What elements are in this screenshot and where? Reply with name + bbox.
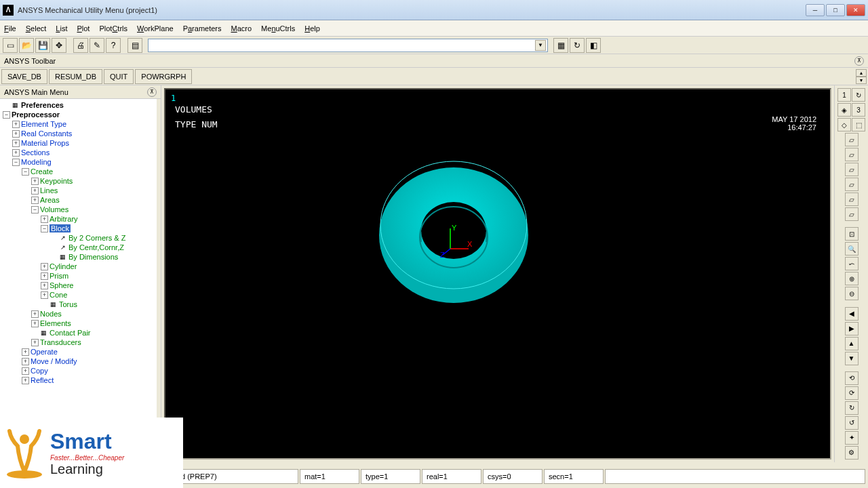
menu-plotctrls[interactable]: PlotCtrls bbox=[99, 24, 127, 33]
tree-arbitrary[interactable]: +Arbitrary bbox=[0, 214, 161, 224]
new-icon[interactable]: ▭ bbox=[3, 38, 18, 53]
tree-prism[interactable]: +Prism bbox=[0, 271, 161, 281]
menu-select[interactable]: Select bbox=[26, 24, 47, 33]
tool-c-icon[interactable]: ◧ bbox=[586, 38, 601, 53]
window-layout-select[interactable]: 1 bbox=[837, 88, 851, 102]
tree-contact-pair[interactable]: ▦Contact Pair bbox=[0, 328, 161, 338]
raise-hidden-icon[interactable]: ▤ bbox=[127, 38, 142, 53]
rate-icon[interactable]: ⚙ bbox=[845, 446, 859, 460]
minimize-button[interactable]: ─ bbox=[806, 4, 825, 16]
pick-icon[interactable]: ⬚ bbox=[852, 118, 865, 131]
pan-right-icon[interactable]: ▶ bbox=[845, 322, 859, 336]
ansys-toolbar-label: ANSYS Toolbar bbox=[4, 57, 56, 65]
title-bar: Λ ANSYS Mechanical Utility Menu (project… bbox=[0, 0, 868, 20]
refresh-icon[interactable]: ↻ bbox=[852, 88, 865, 102]
collapse-toolbar-icon[interactable]: ⊼ bbox=[854, 56, 864, 66]
print-icon[interactable]: 🖨 bbox=[73, 38, 88, 53]
oblique-view-icon[interactable]: ◇ bbox=[837, 118, 851, 131]
rotate-x-icon[interactable]: ⟲ bbox=[845, 371, 859, 385]
status-bar: d (PREP7) mat=1 type=1 real=1 csys=0 sec… bbox=[176, 469, 865, 484]
menu-tree: ▦Preferences −Preprocessor +Element Type… bbox=[0, 99, 161, 462]
tree-preferences[interactable]: ▦Preferences bbox=[0, 100, 161, 110]
iso-view-icon[interactable]: ◈ bbox=[837, 103, 851, 117]
help-icon[interactable]: ? bbox=[106, 38, 121, 53]
tree-cone[interactable]: +Cone bbox=[0, 290, 161, 300]
tool-b-icon[interactable]: ↻ bbox=[570, 38, 585, 53]
collapse-menu-icon[interactable]: ⊼ bbox=[147, 87, 157, 97]
tree-move-modify[interactable]: +Move / Modify bbox=[0, 357, 161, 366]
tree-real-constants[interactable]: +Real Constants bbox=[0, 129, 161, 138]
pan-left-icon[interactable]: ◀ bbox=[845, 307, 859, 321]
command-input[interactable]: ▼ bbox=[148, 39, 548, 52]
ansys-toolbar: SAVE_DB RESUM_DB QUIT POWRGRPH ▲▼ bbox=[0, 68, 868, 85]
pan-icon[interactable]: ✥ bbox=[52, 38, 66, 53]
maximize-button[interactable]: □ bbox=[826, 4, 845, 16]
view-select[interactable]: 3 bbox=[852, 103, 865, 117]
tree-preprocessor[interactable]: −Preprocessor bbox=[0, 110, 161, 119]
tree-torus[interactable]: ▦Torus bbox=[0, 300, 161, 309]
zoom-back-icon[interactable]: ⤺ bbox=[845, 257, 859, 270]
tree-elements[interactable]: +Elements bbox=[0, 319, 161, 328]
zoom-fit-icon[interactable]: ⊡ bbox=[845, 227, 859, 241]
menu-workplane[interactable]: WorkPlane bbox=[137, 24, 174, 33]
pan-up-icon[interactable]: ▲ bbox=[845, 337, 859, 350]
front-view-icon[interactable]: ▱ bbox=[845, 133, 859, 146]
tree-block[interactable]: −Block bbox=[0, 224, 161, 233]
open-icon[interactable]: 📂 bbox=[19, 38, 34, 53]
close-button[interactable]: ✕ bbox=[846, 4, 865, 16]
tree-element-type[interactable]: +Element Type bbox=[0, 119, 161, 129]
left-view-icon[interactable]: ▱ bbox=[845, 192, 859, 206]
menu-help[interactable]: Help bbox=[304, 24, 320, 33]
toolbar-scroll[interactable]: ▲▼ bbox=[856, 69, 867, 84]
dropdown-icon[interactable]: ▼ bbox=[535, 40, 546, 51]
tree-areas[interactable]: +Areas bbox=[0, 195, 161, 205]
tree-create[interactable]: −Create bbox=[0, 167, 161, 176]
menu-macro[interactable]: Macro bbox=[231, 24, 252, 33]
zoom-box-icon[interactable]: 🔍 bbox=[845, 242, 859, 256]
tree-scrollbar[interactable] bbox=[157, 99, 161, 462]
save-db-button[interactable]: SAVE_DB bbox=[1, 69, 47, 84]
tree-cylinder[interactable]: +Cylinder bbox=[0, 262, 161, 271]
tree-keypoints[interactable]: +Keypoints bbox=[0, 176, 161, 186]
tree-copy[interactable]: +Copy bbox=[0, 366, 161, 375]
zoom-out-icon[interactable]: ⊖ bbox=[845, 287, 859, 300]
menu-plot[interactable]: Plot bbox=[77, 24, 90, 33]
graphics-window[interactable]: 1 VOLUMES TYPE NUM MAY 17 2012 16:47:27 bbox=[164, 88, 831, 460]
tree-nodes[interactable]: +Nodes bbox=[0, 309, 161, 319]
tree-operate[interactable]: +Operate bbox=[0, 347, 161, 357]
report-icon[interactable]: ✎ bbox=[90, 38, 104, 53]
tree-material-props[interactable]: +Material Props bbox=[0, 138, 161, 148]
menu-file[interactable]: File bbox=[4, 24, 16, 33]
rotate-z-icon[interactable]: ↻ bbox=[845, 401, 859, 415]
tree-by-2-corners[interactable]: ↗By 2 Corners & Z bbox=[0, 233, 161, 243]
tree-sections[interactable]: +Sections bbox=[0, 148, 161, 157]
tree-sphere[interactable]: +Sphere bbox=[0, 281, 161, 290]
bottom-view-icon[interactable]: ▱ bbox=[845, 178, 859, 191]
powrgrph-button[interactable]: POWRGRPH bbox=[135, 69, 192, 84]
svg-text:X: X bbox=[467, 240, 473, 248]
menu-list[interactable]: List bbox=[56, 24, 67, 33]
main-menu-header: ANSYS Main Menu ⊼ bbox=[0, 85, 161, 99]
menu-menuctrls[interactable]: MenuCtrls bbox=[261, 24, 295, 33]
right-view-icon[interactable]: ▱ bbox=[845, 207, 859, 221]
tree-lines[interactable]: +Lines bbox=[0, 186, 161, 195]
pan-down-icon[interactable]: ▼ bbox=[845, 352, 859, 365]
menu-bar: File Select List Plot PlotCtrls WorkPlan… bbox=[0, 20, 868, 37]
rotate-neg-icon[interactable]: ↺ bbox=[845, 416, 859, 430]
tree-transducers[interactable]: +Transducers bbox=[0, 338, 161, 347]
quit-button[interactable]: QUIT bbox=[104, 69, 134, 84]
tree-by-centr-cornr[interactable]: ↗By Centr,Cornr,Z bbox=[0, 243, 161, 252]
menu-parameters[interactable]: Parameters bbox=[183, 24, 222, 33]
top-view-icon[interactable]: ▱ bbox=[845, 163, 859, 176]
dynamic-mode-icon[interactable]: ✦ bbox=[845, 431, 859, 445]
resum-db-button[interactable]: RESUM_DB bbox=[49, 69, 102, 84]
tree-by-dimensions[interactable]: ▦By Dimensions bbox=[0, 252, 161, 262]
tree-reflect[interactable]: +Reflect bbox=[0, 375, 161, 385]
tree-modeling[interactable]: −Modeling bbox=[0, 157, 161, 167]
tool-a-icon[interactable]: ▦ bbox=[553, 38, 568, 53]
tree-volumes[interactable]: −Volumes bbox=[0, 205, 161, 214]
back-view-icon[interactable]: ▱ bbox=[845, 148, 859, 161]
zoom-in-icon[interactable]: ⊕ bbox=[845, 272, 859, 285]
save-icon[interactable]: 💾 bbox=[35, 38, 50, 53]
rotate-y-icon[interactable]: ⟳ bbox=[845, 386, 859, 400]
